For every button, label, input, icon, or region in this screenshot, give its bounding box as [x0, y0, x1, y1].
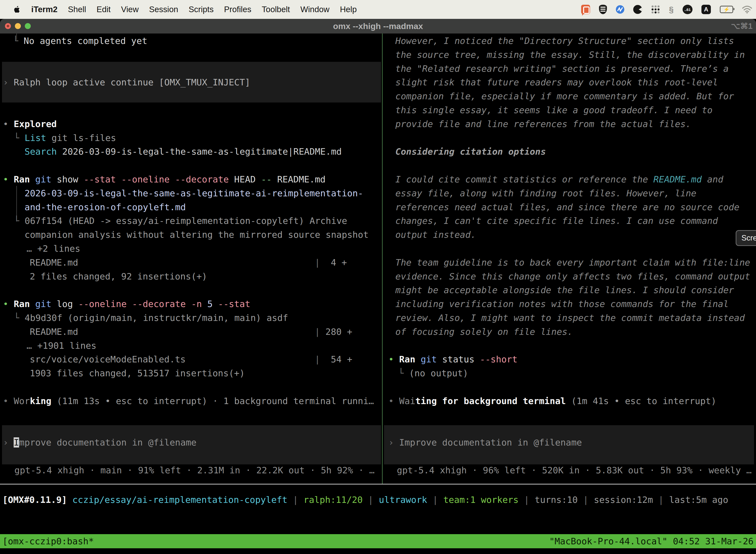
tmux-session-label[interactable]: [omx-cczip0:bash*: [2, 534, 94, 548]
terminal-line: and-the-erosion-of-copyleft.md: [24, 200, 186, 214]
terminal-line: might be acceptable alongside the file l…: [395, 283, 734, 297]
menu-bar: iTerm2ShellEditViewSessionScriptsProfile…: [0, 0, 756, 19]
terminal-line: • Explored: [3, 117, 57, 131]
screen-share-chip-label: Scre: [741, 233, 756, 242]
blue-badge-icon[interactable]: [616, 5, 624, 14]
terminal-line: └ (no output): [398, 366, 468, 380]
terminal-line: gpt-5.4 xhigh · main · 91% left · 2.31M …: [14, 463, 375, 477]
terminal-line: • Ran git log --oneline --decorate -n 5 …: [3, 297, 250, 311]
window-title: omx --xhigh --madmax: [0, 19, 756, 34]
dark-circle-icon[interactable]: [633, 5, 642, 14]
battery-percent-app-icon[interactable]: ..61: [683, 5, 693, 14]
terminal-line: The team guideline is to back every impo…: [395, 256, 750, 270]
terminal-line: › Improve documentation in @filename: [3, 436, 196, 449]
terminal-line: companion file, especially if more comme…: [395, 89, 734, 103]
terminal-line: └ No agents completed yet: [13, 34, 147, 48]
wifi-icon[interactable]: [742, 5, 752, 13]
menu-item-edit[interactable]: Edit: [97, 5, 111, 14]
terminal: └ No agents completed yet› Ralph loop ac…: [0, 34, 756, 554]
terminal-line: gpt-5.4 xhigh · 96% left · 520K in · 5.8…: [397, 463, 752, 477]
screen-share-chip[interactable]: Scre: [736, 230, 756, 246]
terminal-line: └ 4b9d30f (origin/main, instructkr/main,…: [14, 311, 288, 325]
window-title-bar: omx --xhigh --madmax ⌥⌘1: [0, 19, 756, 34]
messages-badge-icon[interactable]: [581, 5, 590, 14]
menu-item-shell[interactable]: Shell: [68, 5, 86, 14]
terminal-line: … +1901 lines: [26, 339, 97, 353]
screen: iTerm2ShellEditViewSessionScriptsProfile…: [0, 0, 756, 554]
shield-grid-icon[interactable]: [599, 5, 607, 14]
terminal-line: this single essay, it seems like a good …: [395, 103, 712, 117]
terminal-line: review. Also, I might want to inspect th…: [395, 311, 745, 325]
pane-divider[interactable]: [382, 34, 383, 484]
terminal-line: output instead.: [395, 228, 476, 242]
tmux-status-bar: [omx-cczip0:bash* "MacBook-Pro-44.local"…: [0, 534, 756, 548]
terminal-line: Considering citation options: [395, 145, 546, 159]
terminal-line: 2 files changed, 92 insertions(+): [30, 270, 207, 283]
terminal-line: evidence. Since this change only affects…: [395, 270, 750, 283]
menu-items: iTerm2ShellEditViewSessionScriptsProfile…: [0, 5, 357, 14]
terminal-line: essay file, along with finding root file…: [395, 186, 696, 200]
tmux-host-clock-label: "MacBook-Pro-44.local" 04:52 31-Mar-26: [549, 534, 754, 548]
terminal-line: └ List git ls-files: [14, 131, 116, 145]
terminal-line: README.md | 280 +: [30, 325, 352, 339]
terminal-line: companion analysis without altering the …: [24, 228, 369, 242]
terminal-line: the "Related research writing" section i…: [395, 62, 729, 76]
menu-item-scripts[interactable]: Scripts: [189, 5, 213, 14]
terminal-line: 1903 files changed, 513517 insertions(+): [30, 366, 245, 380]
menu-item-iterm2[interactable]: iTerm2: [31, 5, 58, 14]
terminal-line: Search 2026-03-09-is-legal-the-same-as-l…: [24, 145, 342, 159]
terminal-line: slight risk that future readers may over…: [395, 75, 718, 89]
menu-item-session[interactable]: Session: [149, 5, 178, 14]
squiggle-icon[interactable]: §: [669, 5, 674, 14]
menu-item-toolbelt[interactable]: Toolbelt: [262, 5, 290, 14]
terminal-line: • Ran git show --stat --oneline --decora…: [3, 172, 326, 186]
statusbar-divider: [0, 484, 756, 485]
terminal-line: • Ran git status --short: [388, 352, 517, 366]
terminal-line: › Improve documentation in @filename: [388, 436, 582, 449]
terminal-line: src/voice/voiceModeEnabled.ts | 54 +: [30, 352, 352, 366]
terminal-line: 2026-03-09-is-legal-the-same-as-legitima…: [24, 186, 363, 200]
omx-status-bar: [OMX#0.11.9] cczip/essay/ai-reimplementa…: [2, 493, 728, 507]
terminal-line: … +2 lines: [26, 242, 80, 256]
terminal-line: provide file and line references from th…: [395, 117, 691, 131]
dots-grid-icon[interactable]: [651, 5, 660, 14]
battery-icon[interactable]: ⚡: [720, 6, 733, 13]
menu-item-help[interactable]: Help: [340, 5, 357, 14]
terminal-line: • Working (11m 13s • esc to interrupt) ·…: [3, 394, 374, 408]
terminal-line: However, I noticed the "Directory Struct…: [395, 34, 734, 48]
terminal-line: README.md | 4 +: [30, 256, 347, 270]
terminal-line: the source tree, missing the essay. Stil…: [395, 48, 745, 62]
apple-icon[interactable]: [13, 5, 21, 14]
terminal-line: including verification notes with those …: [395, 297, 729, 311]
window-shortcut-badge: ⌥⌘1: [731, 19, 753, 34]
terminal-line: • Waiting for background terminal (1m 41…: [388, 394, 716, 408]
terminal-line: changes, I can't cite specific file line…: [395, 214, 718, 228]
menu-bar-status-icons: § ..61 A ⚡: [581, 0, 752, 19]
charging-bolt-icon: ⚡: [723, 6, 730, 12]
terminal-line: references need actual files, and since …: [395, 200, 739, 214]
menu-item-view[interactable]: View: [121, 5, 139, 14]
terminal-line: I could cite commit statistics or refere…: [395, 172, 723, 186]
terminal-line: └ 067f154 (HEAD -> essay/ai-reimplementa…: [14, 214, 347, 228]
terminal-line: of focusing solely on file lines.: [395, 325, 573, 339]
keyboard-layout-icon[interactable]: A: [701, 5, 711, 14]
menu-item-profiles[interactable]: Profiles: [224, 5, 251, 14]
terminal-line: › Ralph loop active continue [OMX_TMUX_I…: [3, 75, 250, 89]
menu-item-window[interactable]: Window: [300, 5, 329, 14]
